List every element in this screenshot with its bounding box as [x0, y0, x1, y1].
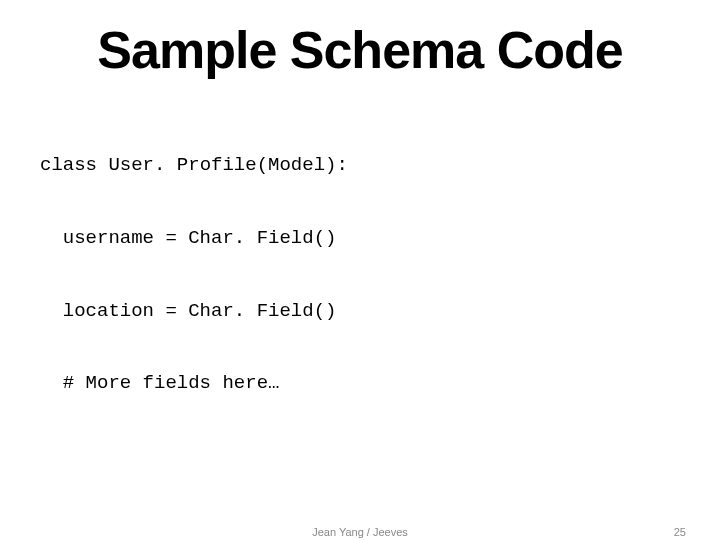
code-line: location = Char. Field() — [40, 299, 680, 323]
code-block: class User. Profile(Model): username = C… — [40, 104, 680, 540]
page-number: 25 — [674, 526, 686, 538]
code-line: username = Char. Field() — [40, 226, 680, 250]
slide: Sample Schema Code class User. Profile(M… — [0, 0, 720, 540]
code-line: class User. Profile(Model): — [40, 153, 680, 177]
slide-title: Sample Schema Code — [40, 20, 680, 80]
code-line: # More fields here… — [40, 371, 680, 395]
footer-credit: Jean Yang / Jeeves — [312, 526, 408, 538]
